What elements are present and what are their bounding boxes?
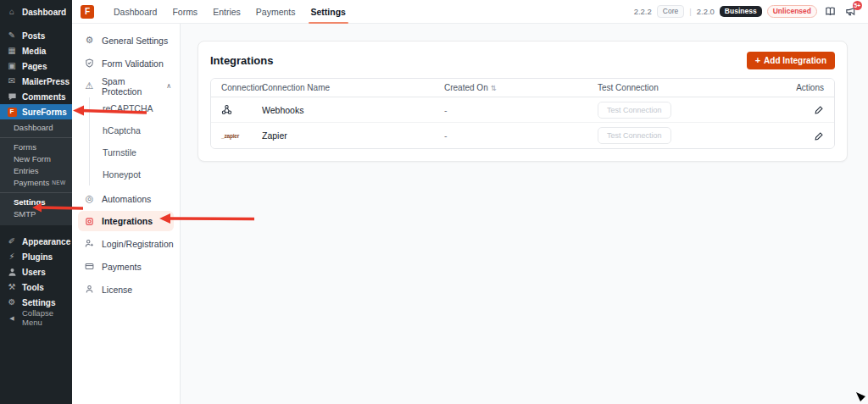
settings-nav-hcaptcha[interactable]: hCaptcha xyxy=(103,119,180,141)
wp-admin-sidebar: ⌂ Dashboard ✎ Posts ▦ Media ▣ Pages ✉ Ma… xyxy=(0,0,72,404)
chevron-up-icon: ∧ xyxy=(166,82,171,90)
posts-icon: ✎ xyxy=(7,31,17,40)
tab-settings[interactable]: Settings xyxy=(303,0,353,24)
page: ⌂ Dashboard ✎ Posts ▦ Media ▣ Pages ✉ Ma… xyxy=(0,0,868,404)
sureforms-app: F Dashboard Forms Entries Payments Setti… xyxy=(72,0,868,404)
sureforms-icon: F xyxy=(7,108,17,117)
business-badge: Business xyxy=(720,6,762,17)
spam-protection-subgroup: reCAPTCHA hCaptcha Turnstile Honeypot xyxy=(89,97,180,185)
settings-nav-honeypot[interactable]: Honeypot xyxy=(103,163,180,185)
appearance-icon: ✐ xyxy=(7,237,17,246)
sidebar-item-users[interactable]: Users xyxy=(0,264,72,279)
webhook-icon xyxy=(221,104,232,115)
settings-nav-login-registration[interactable]: Login/Registration xyxy=(72,232,180,255)
settings-nav-integrations[interactable]: Integrations xyxy=(78,211,174,231)
settings-sidebar: ⚙ General Settings Form Validation ⚠ Spa… xyxy=(72,24,181,404)
settings-nav-turnstile[interactable]: Turnstile xyxy=(103,141,180,163)
sidebar-item-pages[interactable]: ▣ Pages xyxy=(0,58,72,74)
tab-dashboard[interactable]: Dashboard xyxy=(106,0,164,24)
integrations-icon xyxy=(84,217,95,226)
sidebar-item-media[interactable]: ▦ Media xyxy=(0,43,72,58)
sidebar-item-label: Pages xyxy=(22,62,47,71)
sidebar-item-plugins[interactable]: ⚡ Plugins xyxy=(0,249,72,264)
tab-forms[interactable]: Forms xyxy=(164,0,205,24)
tab-entries[interactable]: Entries xyxy=(205,0,248,24)
sidebar-item-label: Dashboard xyxy=(22,8,66,17)
topbar-meta: 2.2.2 Core | 2.2.0 Business Unlicensed 5… xyxy=(634,4,858,19)
notification-count-badge: 5+ xyxy=(853,1,862,10)
settings-nav-automations[interactable]: ◎ Automations xyxy=(72,187,180,210)
core-badge: Core xyxy=(657,5,684,18)
submenu-item-payments[interactable]: Payments New xyxy=(0,177,72,189)
submenu-item-new-form[interactable]: New Form xyxy=(0,153,72,165)
sort-icon[interactable]: ⇅ xyxy=(491,84,497,92)
shield-check-icon xyxy=(84,58,95,68)
collapse-menu-label: Collapse Menu xyxy=(22,308,72,327)
sidebar-item-label: SureForms xyxy=(22,108,67,117)
table-header-row: Connection Connection Name Created On ⇅ … xyxy=(211,79,834,97)
col-header-connection-name: Connection Name xyxy=(262,83,444,92)
sidebar-item-appearance[interactable]: ✐ Appearance xyxy=(0,234,72,249)
topbar-nav: Dashboard Forms Entries Payments Setting… xyxy=(106,0,353,24)
active-tab-underline xyxy=(309,22,348,24)
version-separator: | xyxy=(689,7,691,16)
gear-icon: ⚙ xyxy=(84,36,95,45)
zapier-logo: _zapier xyxy=(221,133,239,139)
settings-nav-recaptcha[interactable]: reCAPTCHA xyxy=(103,97,180,119)
book-icon xyxy=(825,6,836,17)
plus-icon: + xyxy=(755,56,760,65)
connection-name: Zapier xyxy=(262,130,444,141)
sidebar-item-tools[interactable]: ⚒ Tools xyxy=(0,279,72,295)
submenu-item-smtp[interactable]: SMTP xyxy=(0,208,72,220)
comment-icon xyxy=(7,92,17,102)
settings-nav-payments[interactable]: Payments xyxy=(72,255,180,278)
connection-logo-cell xyxy=(221,104,262,115)
unlicensed-badge[interactable]: Unlicensed xyxy=(767,5,817,18)
sidebar-item-sureforms[interactable]: F SureForms xyxy=(0,104,72,119)
connection-name: Webhooks xyxy=(262,105,444,115)
media-icon: ▦ xyxy=(7,47,17,55)
integrations-card: Integrations + Add Integration Connectio… xyxy=(198,41,848,162)
submenu-item-settings[interactable]: Settings xyxy=(0,196,72,208)
submenu-item-forms[interactable]: Forms xyxy=(0,141,72,153)
col-header-connection: Connection xyxy=(221,83,262,92)
core-version: 2.2.2 xyxy=(634,7,652,16)
submenu-divider xyxy=(0,137,72,138)
whats-new-button[interactable]: 5+ xyxy=(843,4,858,19)
edit-icon[interactable] xyxy=(815,131,824,141)
sidebar-item-label: Settings xyxy=(22,298,55,307)
tab-payments[interactable]: Payments xyxy=(248,0,303,24)
new-badge: New xyxy=(52,177,65,189)
submenu-item-entries[interactable]: Entries xyxy=(0,165,72,177)
submenu-item-dashboard[interactable]: Dashboard xyxy=(0,122,72,134)
mouse-cursor xyxy=(855,391,866,402)
add-integration-button[interactable]: + Add Integration xyxy=(747,52,835,69)
sidebar-item-comments[interactable]: Comments xyxy=(0,89,72,104)
license-user-icon xyxy=(84,285,95,294)
dashboard-icon: ⌂ xyxy=(7,8,17,16)
sureforms-topbar: F Dashboard Forms Entries Payments Setti… xyxy=(72,0,868,24)
test-connection-button[interactable]: Test Connection xyxy=(598,102,671,119)
sidebar-item-posts[interactable]: ✎ Posts xyxy=(0,28,72,43)
sidebar-item-mailerpress[interactable]: ✉ MailerPress xyxy=(0,74,72,89)
collapse-menu-button[interactable]: ◀ Collapse Menu xyxy=(0,310,72,325)
user-plus-icon xyxy=(84,239,95,248)
settings-nav-form-validation[interactable]: Form Validation xyxy=(72,52,180,75)
sidebar-item-label: Plugins xyxy=(22,252,53,262)
settings-nav-license[interactable]: License xyxy=(72,278,180,301)
wrench-icon: ⚒ xyxy=(7,283,17,291)
settings-nav-spam-protection[interactable]: ⚠ Spam Protection ∧ xyxy=(72,75,180,97)
integrations-table: Connection Connection Name Created On ⇅ … xyxy=(210,78,835,149)
col-header-created-on: Created On ⇅ xyxy=(444,83,598,92)
docs-button[interactable] xyxy=(822,4,837,19)
warning-triangle-icon: ⚠ xyxy=(84,81,95,91)
user-icon xyxy=(7,268,17,277)
sureforms-logo[interactable]: F xyxy=(81,5,94,19)
sidebar-item-dashboard[interactable]: ⌂ Dashboard xyxy=(0,4,72,19)
credit-card-icon xyxy=(84,262,95,271)
automations-icon: ◎ xyxy=(84,194,95,203)
sidebar-item-label: Posts xyxy=(22,31,45,41)
edit-icon[interactable] xyxy=(815,105,824,114)
settings-nav-general-settings[interactable]: ⚙ General Settings xyxy=(72,29,180,52)
test-connection-button[interactable]: Test Connection xyxy=(598,127,671,144)
